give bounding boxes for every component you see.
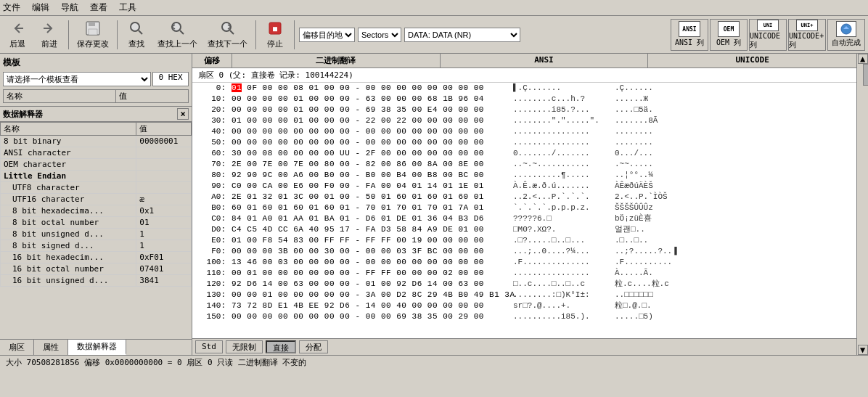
hex-row[interactable]: B0:60 01 60 01 60 01 60 01 - 70 01 70 01…	[192, 202, 856, 213]
hex-bytes: 00 01 00 00 00 00 00 00 - FF FF 00 00 00…	[232, 268, 507, 279]
nav-mode-bar: Std 无限制 直接 分配	[192, 338, 856, 355]
nav-std-button[interactable]: Std	[195, 340, 223, 353]
hex-offset: 100:	[195, 257, 232, 268]
hex-row[interactable]: C0:84 01 A0 01 AA 01 BA 01 - D6 01 DE 01…	[192, 213, 856, 224]
di-row-name: 16 bit hexadecim...	[1, 252, 136, 263]
hex-bytes: 84 01 A0 01 AA 01 BA 01 - D6 01 DE 01 36…	[232, 213, 507, 224]
di-row-value	[136, 159, 192, 171]
data-select[interactable]: DATA: DATA (NR)	[404, 28, 520, 42]
di-row-value: 0x1	[136, 205, 192, 217]
menu-tools[interactable]: 工具	[119, 1, 136, 14]
hex-row[interactable]: 110:00 01 00 00 00 00 00 00 - FF FF 00 0…	[192, 268, 856, 279]
back-icon	[9, 20, 26, 37]
list-item: Little Endian	[1, 171, 192, 182]
hex-offset: 120:	[195, 279, 232, 290]
hex-row[interactable]: 150:00 00 00 00 00 00 00 00 - 00 00 69 3…	[192, 311, 856, 322]
hex-row[interactable]: 60:30 00 08 00 00 00 00 UU - 2F 00 00 00…	[192, 148, 856, 159]
di-row-name: UTF8 character	[1, 182, 136, 194]
forward-button[interactable]: 前进	[35, 19, 64, 51]
unicode-plus-icon: UNI+	[796, 20, 818, 31]
unicode-col: ŠŠŠŠÛÛÛz	[609, 202, 711, 213]
hex-content[interactable]: 0:01 0F 00 00 08 01 00 00 - 00 00 00 00 …	[192, 83, 856, 338]
svg-text:■: ■	[273, 25, 277, 33]
hex-row[interactable]: E0:01 00 F8 54 83 00 FF FF - FF FF 00 19…	[192, 235, 856, 246]
hex-row[interactable]: 70:2E 00 7E 00 7E 00 80 00 - 82 00 86 00…	[192, 159, 856, 170]
unicode-button[interactable]: UNI UNICODE 列	[749, 19, 787, 51]
find-prev-button[interactable]: 查找上一个	[154, 19, 201, 51]
close-interp-button[interactable]: ×	[177, 108, 189, 120]
hex-bytes: 2E 01 32 01 3C 00 01 00 - 50 01 60 01 60…	[232, 192, 507, 202]
unicode-plus-button[interactable]: UNI+ UNICODE+ 列	[788, 19, 826, 51]
ansi-col: ▌.Ç.......	[507, 83, 609, 94]
find-button[interactable]: 查找	[122, 19, 151, 51]
sep3	[255, 20, 256, 49]
hex-row[interactable]: 90:C0 00 CA 00 E6 00 F0 00 - FA 00 04 01…	[192, 181, 856, 192]
hex-bytes: 30 00 08 00 00 00 00 UU - 2F 00 00 00 00…	[232, 148, 507, 159]
data-interp-table: 名称 值 8 bit binary00000001ANSI characterO…	[0, 122, 192, 287]
scroll-up-button[interactable]: ▲	[858, 54, 868, 64]
hex-offset: 90:	[195, 181, 232, 192]
tab-data-interpreter[interactable]: 数据解释器	[68, 340, 126, 355]
tab-sector[interactable]: 扇区	[0, 340, 34, 355]
hex-row[interactable]: 0:01 0F 00 00 08 01 00 00 - 00 00 00 00 …	[192, 83, 856, 94]
hex-row[interactable]: 20:00 00 00 00 01 00 00 00 - 69 38 35 00…	[192, 105, 856, 115]
hex-row[interactable]: F0:00 00 00 3B 00 00 30 00 - 00 00 03 3F…	[192, 246, 856, 257]
di-row-value: 1	[136, 240, 192, 252]
svg-point-3	[131, 22, 139, 31]
di-row-value: 1	[136, 229, 192, 240]
tab-properties[interactable]: 属性	[34, 340, 68, 355]
stop-button[interactable]: ■ 停止	[261, 19, 290, 51]
di-row-name: 8 bit signed d...	[1, 240, 136, 252]
auto-button[interactable]: 自动完成	[827, 19, 865, 51]
scroll-thumb[interactable]	[863, 64, 869, 86]
menu-file[interactable]: 文件	[3, 1, 20, 14]
unicode-col: ........	[609, 137, 711, 148]
di-row-value: 07401	[136, 263, 192, 275]
hex-bytes: 00 00 01 00 00 00 00 00 - 3A 00 D2 8C 29…	[232, 290, 507, 300]
hex-bytes: 73 72 8D E1 4B EE 92 D6 - 14 00 40 00 00…	[232, 300, 507, 311]
hex-row[interactable]: 80:92 90 9C 00 A6 00 B0 00 - B0 00 B4 00…	[192, 170, 856, 181]
nav-alloc-button[interactable]: 分配	[299, 340, 328, 353]
nav-direct-button[interactable]: 直接	[266, 340, 296, 353]
list-item: 8 bit signed d...1	[1, 240, 192, 252]
scrollbar-vertical[interactable]: ▲ ▼	[856, 54, 868, 355]
hex-row[interactable]: 40:00 00 00 00 00 00 00 00 - 00 00 00 00…	[192, 126, 856, 137]
nav-unlimited-button[interactable]: 无限制	[226, 340, 263, 353]
nav-target-select[interactable]: 偏移目的地	[299, 28, 355, 42]
hex-row[interactable]: 10:00 00 00 00 01 00 00 00 - 63 00 00 00…	[192, 94, 856, 105]
di-row-name: OEM character	[1, 159, 136, 171]
hex-row[interactable]: 100:13 46 00 03 00 00 00 00 - 00 00 00 0…	[192, 257, 856, 268]
hex-row[interactable]: 120:92 D6 14 00 63 00 00 00 - 01 00 92 D…	[192, 279, 856, 290]
hex-bytes: 00 00 00 3B 00 00 30 00 - 00 00 03 3F BC…	[232, 246, 507, 257]
di-row-value: 0xF01	[136, 252, 192, 263]
ansi-col: ...;..0....?¼...	[507, 246, 609, 257]
di-row-value	[136, 147, 192, 159]
scroll-down-button[interactable]: ▼	[858, 345, 868, 355]
oem-button[interactable]: OEM OEM 列	[710, 19, 748, 51]
hex-row[interactable]: D0:C4 C5 4D CC 6A 40 95 17 - FA D3 58 84…	[192, 224, 856, 235]
hex-row[interactable]: 50:00 00 00 00 00 00 00 00 - 00 00 00 00…	[192, 137, 856, 148]
hex-row[interactable]: 130:00 00 01 00 00 00 00 00 - 3A 00 D2 8…	[192, 290, 856, 300]
hex-bytes: 00 00 00 00 00 00 00 00 - 00 00 00 00 00…	[232, 126, 507, 137]
hex-offset: 130:	[195, 290, 232, 300]
template-hex: 0 HEX	[152, 72, 189, 86]
di-row-name: 8 bit binary	[1, 136, 136, 147]
hex-row[interactable]: A0:2E 01 32 01 3C 00 01 00 - 50 01 60 01…	[192, 192, 856, 202]
menu-edit[interactable]: 编辑	[32, 1, 49, 14]
find-next-button[interactable]: 查找下一个	[204, 19, 251, 51]
menubar: 文件 编辑 导航 查看 工具	[0, 0, 868, 16]
di-name-col: 名称	[1, 123, 136, 136]
save-button[interactable]: 保存更改	[73, 19, 112, 51]
menu-view[interactable]: 查看	[90, 1, 107, 14]
ansi-col: ..........i85.).	[507, 311, 609, 322]
ansi-col: ..2.<...P.`.`.`.	[507, 192, 609, 202]
ansi-col: ..........¶.....	[507, 170, 609, 181]
data-interp-title: 数据解释器	[3, 109, 43, 120]
hex-row[interactable]: 30:01 00 00 00 01 00 00 00 - 22 00 22 00…	[192, 115, 856, 126]
ansi-button[interactable]: ANSI ANSI 列	[671, 19, 708, 51]
back-button[interactable]: 后退	[3, 19, 32, 51]
template-select[interactable]: 请选择一个模板查看	[3, 72, 151, 86]
sectors-select[interactable]: Sectors	[358, 28, 401, 42]
hex-row[interactable]: 140:73 72 8D E1 4B EE 92 D6 - 14 00 40 0…	[192, 300, 856, 311]
menu-nav[interactable]: 导航	[61, 1, 78, 14]
